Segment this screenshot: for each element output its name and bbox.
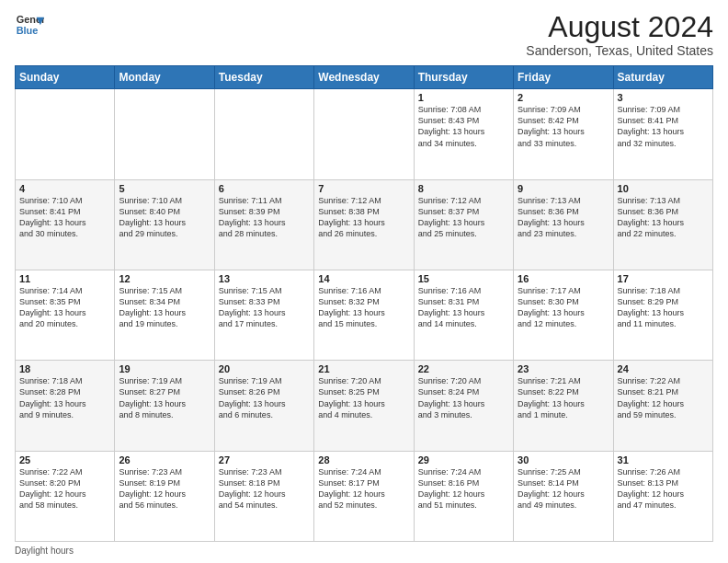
day-number: 20	[219, 363, 310, 374]
calendar-cell: 3Sunrise: 7:09 AM Sunset: 8:41 PM Daylig…	[613, 89, 712, 179]
day-info: Sunrise: 7:09 AM Sunset: 8:41 PM Dayligh…	[618, 104, 709, 149]
day-number: 7	[318, 183, 409, 194]
calendar-cell: 25Sunrise: 7:22 AM Sunset: 8:20 PM Dayli…	[16, 451, 115, 541]
calendar-cell: 27Sunrise: 7:23 AM Sunset: 8:18 PM Dayli…	[214, 451, 313, 541]
day-info: Sunrise: 7:12 AM Sunset: 8:38 PM Dayligh…	[318, 195, 409, 240]
day-info: Sunrise: 7:18 AM Sunset: 8:28 PM Dayligh…	[19, 375, 110, 420]
day-number: 17	[618, 273, 709, 284]
day-info: Sunrise: 7:23 AM Sunset: 8:19 PM Dayligh…	[119, 466, 210, 511]
calendar-cell	[314, 89, 414, 179]
day-number: 21	[318, 363, 409, 374]
calendar-table: SundayMondayTuesdayWednesdayThursdayFrid…	[15, 65, 713, 542]
calendar-cell: 24Sunrise: 7:22 AM Sunset: 8:21 PM Dayli…	[613, 361, 712, 451]
day-number: 2	[518, 92, 609, 103]
calendar-day-header: Thursday	[414, 66, 513, 89]
day-number: 9	[518, 183, 609, 194]
day-number: 10	[618, 183, 709, 194]
day-number: 11	[19, 273, 110, 284]
calendar-cell: 26Sunrise: 7:23 AM Sunset: 8:19 PM Dayli…	[115, 451, 214, 541]
day-number: 26	[119, 454, 210, 465]
calendar-cell: 12Sunrise: 7:15 AM Sunset: 8:34 PM Dayli…	[115, 270, 214, 360]
day-info: Sunrise: 7:15 AM Sunset: 8:34 PM Dayligh…	[119, 285, 210, 330]
calendar-cell: 8Sunrise: 7:12 AM Sunset: 8:37 PM Daylig…	[414, 179, 513, 270]
day-number: 29	[418, 454, 509, 465]
day-info: Sunrise: 7:22 AM Sunset: 8:20 PM Dayligh…	[19, 466, 110, 511]
day-number: 23	[518, 363, 609, 374]
day-info: Sunrise: 7:10 AM Sunset: 8:41 PM Dayligh…	[19, 195, 110, 240]
day-info: Sunrise: 7:10 AM Sunset: 8:40 PM Dayligh…	[119, 195, 210, 240]
calendar-cell: 16Sunrise: 7:17 AM Sunset: 8:30 PM Dayli…	[514, 270, 613, 360]
calendar-day-header: Saturday	[613, 66, 712, 89]
calendar-cell	[214, 89, 313, 179]
logo: General Blue	[15, 11, 44, 40]
day-info: Sunrise: 7:16 AM Sunset: 8:31 PM Dayligh…	[418, 285, 509, 330]
calendar-cell	[115, 89, 214, 179]
calendar-cell: 18Sunrise: 7:18 AM Sunset: 8:28 PM Dayli…	[16, 361, 115, 451]
calendar-cell: 5Sunrise: 7:10 AM Sunset: 8:40 PM Daylig…	[115, 179, 214, 270]
day-info: Sunrise: 7:17 AM Sunset: 8:30 PM Dayligh…	[518, 285, 609, 330]
day-number: 16	[518, 273, 609, 284]
day-info: Sunrise: 7:20 AM Sunset: 8:24 PM Dayligh…	[418, 375, 509, 420]
calendar-cell: 15Sunrise: 7:16 AM Sunset: 8:31 PM Dayli…	[414, 270, 513, 360]
day-info: Sunrise: 7:08 AM Sunset: 8:43 PM Dayligh…	[418, 104, 509, 149]
day-info: Sunrise: 7:19 AM Sunset: 8:26 PM Dayligh…	[219, 375, 310, 420]
calendar-day-header: Friday	[514, 66, 613, 89]
day-info: Sunrise: 7:24 AM Sunset: 8:17 PM Dayligh…	[318, 466, 409, 511]
footer-note: Daylight hours	[15, 546, 713, 556]
day-info: Sunrise: 7:26 AM Sunset: 8:13 PM Dayligh…	[618, 466, 709, 511]
calendar-cell: 17Sunrise: 7:18 AM Sunset: 8:29 PM Dayli…	[613, 270, 712, 360]
day-number: 14	[318, 273, 409, 284]
calendar-cell: 22Sunrise: 7:20 AM Sunset: 8:24 PM Dayli…	[414, 361, 513, 451]
day-info: Sunrise: 7:12 AM Sunset: 8:37 PM Dayligh…	[418, 195, 509, 240]
day-info: Sunrise: 7:21 AM Sunset: 8:22 PM Dayligh…	[518, 375, 609, 420]
day-number: 15	[418, 273, 509, 284]
day-number: 24	[618, 363, 709, 374]
calendar-cell: 2Sunrise: 7:09 AM Sunset: 8:42 PM Daylig…	[514, 89, 613, 179]
day-info: Sunrise: 7:14 AM Sunset: 8:35 PM Dayligh…	[19, 285, 110, 330]
day-number: 19	[119, 363, 210, 374]
calendar-cell: 31Sunrise: 7:26 AM Sunset: 8:13 PM Dayli…	[613, 451, 712, 541]
calendar-day-header: Tuesday	[214, 66, 313, 89]
day-info: Sunrise: 7:24 AM Sunset: 8:16 PM Dayligh…	[418, 466, 509, 511]
day-info: Sunrise: 7:20 AM Sunset: 8:25 PM Dayligh…	[318, 375, 409, 420]
day-number: 22	[418, 363, 509, 374]
day-number: 3	[618, 92, 709, 103]
calendar-cell: 30Sunrise: 7:25 AM Sunset: 8:14 PM Dayli…	[514, 451, 613, 541]
day-info: Sunrise: 7:15 AM Sunset: 8:33 PM Dayligh…	[219, 285, 310, 330]
calendar-week-row: 1Sunrise: 7:08 AM Sunset: 8:43 PM Daylig…	[16, 89, 713, 179]
calendar-cell	[16, 89, 115, 179]
calendar-cell: 14Sunrise: 7:16 AM Sunset: 8:32 PM Dayli…	[314, 270, 414, 360]
day-info: Sunrise: 7:16 AM Sunset: 8:32 PM Dayligh…	[318, 285, 409, 330]
day-info: Sunrise: 7:23 AM Sunset: 8:18 PM Dayligh…	[219, 466, 310, 511]
calendar-cell: 1Sunrise: 7:08 AM Sunset: 8:43 PM Daylig…	[414, 89, 513, 179]
day-number: 4	[19, 183, 110, 194]
calendar-week-row: 25Sunrise: 7:22 AM Sunset: 8:20 PM Dayli…	[16, 451, 713, 541]
title-block: August 2024 Sanderson, Texas, United Sta…	[526, 11, 713, 58]
day-number: 31	[618, 454, 709, 465]
day-info: Sunrise: 7:19 AM Sunset: 8:27 PM Dayligh…	[119, 375, 210, 420]
main-title: August 2024	[526, 11, 713, 43]
calendar-cell: 28Sunrise: 7:24 AM Sunset: 8:17 PM Dayli…	[314, 451, 414, 541]
calendar-cell: 4Sunrise: 7:10 AM Sunset: 8:41 PM Daylig…	[16, 179, 115, 270]
day-number: 1	[418, 92, 509, 103]
calendar-day-header: Monday	[115, 66, 214, 89]
calendar-cell: 19Sunrise: 7:19 AM Sunset: 8:27 PM Dayli…	[115, 361, 214, 451]
day-number: 25	[19, 454, 110, 465]
calendar-cell: 29Sunrise: 7:24 AM Sunset: 8:16 PM Dayli…	[414, 451, 513, 541]
header: General Blue August 2024 Sanderson, Texa…	[15, 11, 713, 58]
calendar-cell: 21Sunrise: 7:20 AM Sunset: 8:25 PM Dayli…	[314, 361, 414, 451]
day-number: 5	[119, 183, 210, 194]
calendar-week-row: 11Sunrise: 7:14 AM Sunset: 8:35 PM Dayli…	[16, 270, 713, 360]
svg-text:Blue: Blue	[17, 25, 39, 36]
day-info: Sunrise: 7:09 AM Sunset: 8:42 PM Dayligh…	[518, 104, 609, 149]
calendar-cell: 11Sunrise: 7:14 AM Sunset: 8:35 PM Dayli…	[16, 270, 115, 360]
calendar-cell: 20Sunrise: 7:19 AM Sunset: 8:26 PM Dayli…	[214, 361, 313, 451]
calendar-day-header: Wednesday	[314, 66, 414, 89]
calendar-cell: 23Sunrise: 7:21 AM Sunset: 8:22 PM Dayli…	[514, 361, 613, 451]
calendar-cell: 6Sunrise: 7:11 AM Sunset: 8:39 PM Daylig…	[214, 179, 313, 270]
day-info: Sunrise: 7:13 AM Sunset: 8:36 PM Dayligh…	[618, 195, 709, 240]
calendar-week-row: 4Sunrise: 7:10 AM Sunset: 8:41 PM Daylig…	[16, 179, 713, 270]
calendar-cell: 7Sunrise: 7:12 AM Sunset: 8:38 PM Daylig…	[314, 179, 414, 270]
day-number: 28	[318, 454, 409, 465]
calendar-cell: 9Sunrise: 7:13 AM Sunset: 8:36 PM Daylig…	[514, 179, 613, 270]
